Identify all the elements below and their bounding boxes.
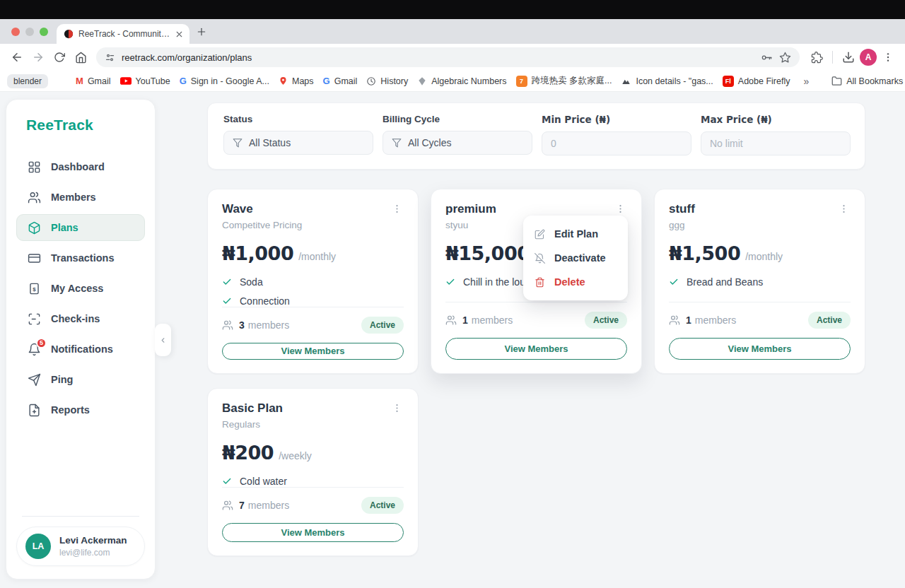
plan-name: Basic Plan <box>222 401 283 416</box>
sidebar: ReeTrack Dashboard Members Plans Transac… <box>6 99 156 580</box>
site-settings-icon[interactable] <box>105 52 115 63</box>
sidebar-item-reports[interactable]: Reports <box>16 396 145 423</box>
bookmark-item[interactable]: MGmail <box>76 76 111 87</box>
edit-plan-menu-item[interactable]: Edit Plan <box>523 222 628 246</box>
view-members-button[interactable]: View Members <box>222 523 404 542</box>
bookmark-item[interactable]: GGmail <box>323 76 358 87</box>
reload-icon[interactable] <box>49 47 69 67</box>
sidebar-item-dashboard[interactable]: Dashboard <box>16 153 145 180</box>
minimize-window-button[interactable] <box>25 28 34 36</box>
plan-menu-kebab-icon[interactable] <box>390 202 404 216</box>
view-members-button[interactable]: View Members <box>669 338 851 360</box>
plan-card-wave: Wave Competitve Pricing ₦1,000 /monthly … <box>207 189 419 374</box>
billing-filter-select[interactable]: All Cycles <box>383 131 532 155</box>
check-icon <box>222 476 232 486</box>
close-window-button[interactable] <box>11 28 20 36</box>
view-members-button[interactable]: View Members <box>445 338 627 360</box>
member-count: 1 <box>462 314 468 326</box>
card-divider <box>445 302 627 302</box>
bookmark-item[interactable]: FlAdobe Firefly <box>723 76 790 87</box>
deactivate-menu-item[interactable]: Deactivate <box>523 246 628 270</box>
bookmark-item[interactable]: YouTube <box>120 76 170 86</box>
youtube-icon <box>120 76 132 86</box>
firefly-icon: Fl <box>723 76 734 87</box>
bookmark-item[interactable]: Maps <box>279 76 314 86</box>
plan-menu-kebab-icon[interactable] <box>837 202 851 216</box>
status-badge: Active <box>361 317 404 334</box>
bookmark-item[interactable]: GSign in - Google A... <box>180 76 269 87</box>
ping-send-icon <box>28 373 41 387</box>
bookmark-item[interactable]: History <box>366 76 408 86</box>
maximize-window-button[interactable] <box>40 28 48 36</box>
tab-strip: ReeTrack - Community and P... <box>0 19 905 44</box>
sidebar-item-plans[interactable]: Plans <box>16 214 145 241</box>
status-badge: Active <box>361 497 404 514</box>
plan-cycle: /monthly <box>745 251 783 262</box>
sidebar-item-transactions[interactable]: Transactions <box>16 245 145 271</box>
plan-menu-kebab-icon[interactable] <box>390 401 404 415</box>
close-tab-icon[interactable] <box>175 30 184 39</box>
members-label: members <box>472 314 513 326</box>
bookmark-item[interactable]: Icon details - "gas... <box>621 76 713 86</box>
plan-card-stuff: stuff ggg ₦1,500 /monthly Bread and Bean… <box>654 189 865 374</box>
app-content: ReeTrack Dashboard Members Plans Transac… <box>0 92 905 588</box>
sidebar-item-notifications[interactable]: 5 Notifications <box>16 336 145 363</box>
password-key-icon[interactable] <box>761 52 773 64</box>
user-avatar: LA <box>25 534 51 559</box>
plan-price: ₦1,000 <box>222 244 293 263</box>
card-divider <box>222 307 404 307</box>
plan-menu-kebab-icon[interactable] <box>614 202 627 216</box>
max-price-input[interactable] <box>701 131 851 155</box>
check-ins-scan-icon <box>28 312 41 326</box>
tab-group-chip[interactable]: blender <box>7 74 48 88</box>
status-filter-select[interactable]: All Status <box>223 131 373 155</box>
members-icon <box>445 314 457 326</box>
url-bar[interactable]: reetrack.com/organization/plans <box>96 47 800 67</box>
extensions-icon[interactable] <box>807 47 827 67</box>
plan-name: premium <box>445 202 496 216</box>
browser-menu-icon[interactable] <box>878 47 898 67</box>
back-icon[interactable] <box>7 47 27 67</box>
plans-package-icon <box>28 221 41 235</box>
sidebar-collapse-button[interactable] <box>155 324 171 356</box>
downloads-icon[interactable] <box>839 47 858 67</box>
app-logo: ReeTrack <box>26 117 155 134</box>
view-members-button[interactable]: View Members <box>222 343 404 360</box>
members-icon <box>222 500 233 511</box>
sidebar-item-members[interactable]: Members <box>16 184 145 211</box>
algebraic-numbers-icon <box>417 76 427 86</box>
browser-profile-avatar[interactable]: A <box>860 49 877 66</box>
dashboard-grid-icon <box>28 160 41 174</box>
plan-subtitle: Regulars <box>222 419 404 430</box>
forward-icon[interactable] <box>28 47 48 67</box>
status-badge: Active <box>808 312 851 329</box>
funnel-icon <box>233 138 243 148</box>
new-tab-icon[interactable] <box>197 27 206 37</box>
all-bookmarks-button[interactable]: All Bookmarks <box>831 76 903 86</box>
browser-tab[interactable]: ReeTrack - Community and P... <box>57 24 189 44</box>
home-icon[interactable] <box>71 47 90 67</box>
sidebar-item-ping[interactable]: Ping <box>16 366 145 393</box>
min-price-input[interactable] <box>542 131 691 155</box>
google-icon: G <box>323 76 330 87</box>
url-text[interactable]: reetrack.com/organization/plans <box>122 52 754 63</box>
macos-title-bar <box>0 0 905 19</box>
sidebar-item-my-access[interactable]: $ My Access <box>16 275 145 302</box>
filter-min-price: Min Price (₦) <box>542 114 691 155</box>
plan-card-basic: Basic Plan Regulars ₦200 /weekly Cold wa… <box>207 388 419 556</box>
edit-pencil-icon <box>535 229 545 240</box>
trash-icon <box>535 277 545 288</box>
sidebar-item-check-ins[interactable]: Check-ins <box>16 305 145 332</box>
bookmarks-overflow-chevrons[interactable]: » <box>799 76 813 87</box>
members-label: members <box>248 500 289 511</box>
user-profile-card[interactable]: LA Levi Ackerman levi@life.com <box>16 527 145 566</box>
bookmark-star-icon[interactable] <box>779 52 791 64</box>
bookmark-item[interactable]: 7跨境热卖 多款家庭... <box>516 75 612 87</box>
delete-menu-item[interactable]: Delete <box>523 270 628 294</box>
icon-details-favicon <box>621 76 631 86</box>
plan-feature: Connection <box>222 295 404 307</box>
check-icon <box>222 296 232 306</box>
member-count: 3 <box>239 319 245 331</box>
bookmark-item[interactable]: Algebraic Numbers <box>417 76 506 86</box>
members-label: members <box>248 319 289 331</box>
